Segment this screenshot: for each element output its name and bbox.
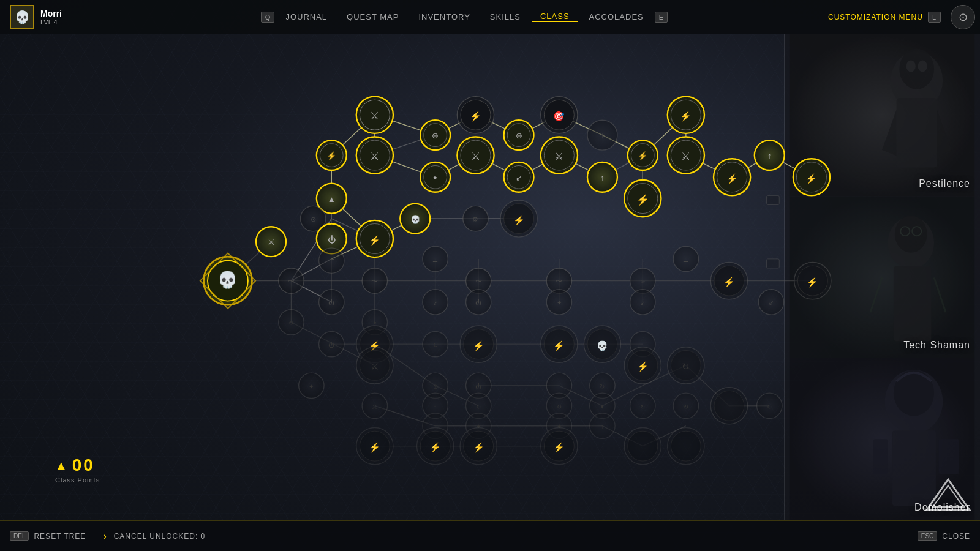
class-points-panel: ▲ 00 Class Points [55,455,100,484]
svg-text:⚡: ⚡ [805,173,817,184]
svg-text:↙: ↙ [769,299,774,306]
skill-node-ts7[interactable]: ☰ [673,246,698,271]
skill-node-e5[interactable] [624,428,661,465]
skill-node-ts13[interactable]: ✦ [546,290,571,315]
customization-button[interactable]: CUSTOMIZATION MENU L [818,12,951,23]
skill-node-11[interactable]: ⚔ [541,137,578,173]
svg-text:💀: 💀 [410,214,421,225]
class-points-value: 00 [72,455,95,475]
skill-node-e4[interactable]: ⚡ [541,428,578,465]
skill-node-b1[interactable]: ⚔ [362,393,387,418]
skill-node-21[interactable]: ⚡ [624,180,661,217]
skill-node-c4[interactable]: ↑ [590,413,615,438]
skill-node-17[interactable]: ↑ [587,162,617,192]
skill-node-7[interactable]: ⚡ [668,97,704,133]
svg-text:⚡: ⚡ [473,340,484,351]
svg-point-286 [628,431,658,461]
svg-text:↑: ↑ [600,173,605,182]
class-start-node[interactable]: 💀 [200,253,255,308]
svg-text:⚡: ⚡ [807,277,818,288]
profile-button[interactable]: ⊙ [951,5,975,29]
svg-text:✦: ✦ [432,173,439,182]
skill-node-ts9[interactable]: ⚡ [794,263,831,299]
skill-node-ts3[interactable]: ☰ [423,246,448,271]
svg-text:⚡: ⚡ [369,442,380,453]
player-level: LVL 4 [40,18,62,26]
svg-point-248 [714,391,744,421]
skill-node-e6[interactable] [668,428,704,465]
skill-tree-svg: 💀 ⚔ ⊕ ⚡ ⊕ [0,34,980,520]
skill-node-b7[interactable]: ↻ [673,393,698,418]
skill-node-d8[interactable]: 💀 [584,326,620,362]
skill-node-3[interactable]: ⚡ [457,97,494,133]
nav-journal[interactable]: JOURNAL [277,12,336,21]
skill-node-8[interactable]: ⚡ [317,140,347,170]
skill-node-ts14[interactable]: ↙ [630,290,655,315]
skill-node-12[interactable]: ⚡ [628,140,658,170]
svg-text:⏻: ⏻ [475,383,481,390]
skill-node-ts1[interactable]: 〜 [279,268,304,293]
skill-node-1[interactable]: ⚔ [356,97,393,133]
skill-node-d5[interactable]: ↻ [423,331,448,356]
skill-node-b6[interactable]: ↻ [630,393,655,418]
nav-accolades[interactable]: ACCOLADES [581,12,652,21]
skill-node-e2[interactable]: ⚡ [417,428,454,465]
svg-text:⚡: ⚡ [680,111,692,122]
nav-class[interactable]: CLASS [532,12,578,22]
skill-node-d19[interactable]: ↻ [757,393,782,418]
skill-node-d17[interactable]: ↻ [668,347,704,384]
svg-text:↻: ↻ [557,403,562,410]
nav-inventory[interactable]: INVENTORY [410,12,478,21]
esc-close-area: ESC CLOSE [918,531,970,541]
skill-node-16[interactable]: ↙ [504,162,534,192]
svg-text:▲: ▲ [328,195,336,204]
svg-text:⚡: ⚡ [638,151,648,161]
reset-tree-action[interactable]: DEL RESET TREE [10,531,86,541]
avatar: 💀 [10,5,34,29]
skill-node-23[interactable]: 💀 [400,204,430,234]
svg-text:✦: ✦ [309,383,314,390]
skill-node-ts2[interactable]: 〜 [362,268,387,293]
skill-node-d2[interactable]: ⏻ [319,331,344,356]
skill-node-29[interactable]: ☰ [319,248,344,273]
class-points-icon: ▲ [55,459,67,473]
skill-node-d11[interactable]: ⚔ [356,347,393,384]
skill-node-ts10[interactable]: ⏻ [319,290,344,315]
skill-node-6[interactable]: ↑ [587,120,617,150]
del-key: DEL [10,531,29,541]
skill-node-9[interactable]: ⚔ [356,137,393,173]
skill-node-25[interactable]: ⚡ [500,200,537,237]
svg-rect-290 [767,195,780,204]
skill-node-d16[interactable]: ⚡ [624,347,661,384]
skill-node-28[interactable]: ⚔ [256,227,286,257]
skill-node-d10[interactable]: ✦ [299,373,324,398]
skill-node-10[interactable]: ⚔ [457,137,494,173]
skill-node-27[interactable]: ⚡ [356,220,393,257]
skill-node-2[interactable]: ⊕ [420,120,450,150]
skill-node-19[interactable]: ⚡ [793,159,830,195]
svg-text:↑: ↑ [601,423,604,430]
svg-text:↙: ↙ [516,173,522,182]
skill-node-d18[interactable] [710,388,747,424]
skill-node-ts12[interactable]: ⏻ [466,290,491,315]
svg-text:☰: ☰ [432,257,438,263]
nav-quest-map[interactable]: QUEST MAP [338,12,407,21]
skill-node-13[interactable]: ⚔ [668,137,704,173]
svg-text:⚔: ⚔ [471,151,480,162]
skill-node-15[interactable]: ✦ [420,162,450,192]
skill-node-e1[interactable]: ⚡ [356,428,393,465]
skill-node-14[interactable]: ↑ [755,140,785,170]
skill-node-18[interactable]: ⚡ [714,159,750,195]
skill-node-ts8[interactable]: ⚡ [710,263,747,299]
skill-node-ts15[interactable]: ↙ [758,290,783,315]
skill-node-4[interactable]: ⊕ [504,120,534,150]
skill-node-5[interactable]: 🎯 [541,97,578,133]
skill-node-24[interactable]: ⚙ [463,206,488,231]
skill-node-ts11[interactable]: ↙ [423,290,448,315]
nav-skills[interactable]: SKILLS [481,12,529,21]
skill-node-d6[interactable]: ⚡ [460,326,497,362]
skill-node-d1[interactable]: ↻ [279,310,304,335]
skill-node-e3[interactable]: ⚡ [460,428,497,465]
skill-node-d7[interactable]: ⚡ [541,326,578,362]
cancel-unlocked-action[interactable]: CANCEL UNLOCKED: 0 [114,532,206,541]
